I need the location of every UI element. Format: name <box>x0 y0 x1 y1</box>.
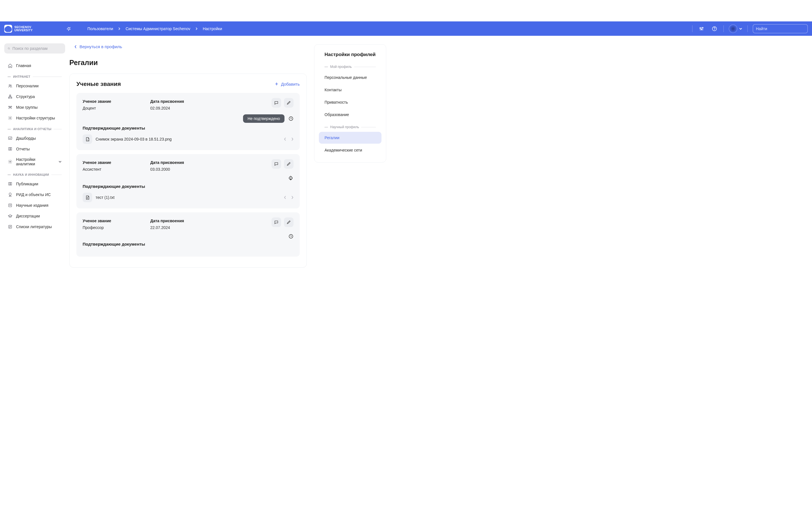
logo[interactable]: SECHENOV UNIVERSITY <box>4 25 33 33</box>
chevron-down-icon <box>739 27 742 30</box>
sidebar-item-groups[interactable]: Мои группы <box>4 102 65 113</box>
sidebar-search-input[interactable] <box>12 46 62 51</box>
breadcrumb-link[interactable]: Пользователи <box>87 26 113 31</box>
breadcrumb-link[interactable]: Системы Администратор Sechenov <box>125 26 190 31</box>
settings-item-privacy[interactable]: Приватность <box>319 96 382 108</box>
sidebar-item-personalii[interactable]: Персоналии <box>4 80 65 91</box>
sidebar-item-dashboards[interactable]: Дашборды <box>4 133 65 144</box>
settings-item-contacts[interactable]: Контакты <box>319 84 382 96</box>
chevron-right-icon <box>195 27 198 31</box>
settings-button[interactable] <box>698 25 705 33</box>
sidebar-item-rid[interactable]: РИД и объекты ИС <box>4 189 65 200</box>
help-button[interactable] <box>711 25 718 33</box>
user-menu[interactable] <box>729 24 742 33</box>
chevron-right-icon <box>291 195 294 200</box>
svg-point-10 <box>9 84 10 86</box>
clock-icon <box>289 234 294 239</box>
rank-entry: Ученое звание Ассистент Дата присвоения … <box>77 154 300 209</box>
file-chip[interactable] <box>83 193 92 202</box>
comment-button[interactable] <box>271 217 281 227</box>
sidebar-item-analytics-settings[interactable]: Настройки аналитики <box>4 154 65 169</box>
sidebar-item-label: Научные издания <box>16 203 49 208</box>
svg-text:PNG: PNG <box>87 139 89 140</box>
home-icon <box>8 63 12 68</box>
edit-button[interactable] <box>284 98 294 108</box>
settings-item-academic-networks[interactable]: Академические сети <box>319 144 382 156</box>
file-png-icon: PNG <box>85 137 90 142</box>
sidebar-item-label: Мои группы <box>16 105 38 110</box>
svg-point-20 <box>10 161 11 162</box>
rank-label: Ученое звание <box>83 160 133 165</box>
sidebar-item-label: Отчеты <box>16 147 30 151</box>
sidebar-item-journals[interactable]: Научные издания <box>4 200 65 211</box>
pin-button[interactable] <box>64 24 74 34</box>
svg-point-1 <box>700 27 701 29</box>
sidebar-item-bibliography[interactable]: Списки литературы <box>4 221 65 232</box>
page-title: Регалии <box>69 59 307 67</box>
settings-item-personal[interactable]: Персональные данные <box>319 71 382 83</box>
svg-point-7 <box>714 30 715 30</box>
file-prev[interactable] <box>284 137 286 141</box>
sidebar-item-label: Структура <box>16 94 35 99</box>
comment-button[interactable] <box>271 98 281 108</box>
svg-rect-19 <box>8 137 12 139</box>
add-label: Добавить <box>281 82 300 87</box>
edit-button[interactable] <box>284 159 294 169</box>
chevron-left-icon <box>284 195 286 200</box>
add-rank-button[interactable]: Добавить <box>274 82 300 87</box>
search-icon <box>8 46 10 51</box>
sidebar-item-structure[interactable]: Структура <box>4 91 65 102</box>
back-link-label: Вернуться в профиль <box>80 44 122 49</box>
sidebar-item-dissertations[interactable]: Диссертации <box>4 211 65 221</box>
settings-section: —Мой профиль <box>319 64 382 71</box>
chevron-down-icon <box>58 161 62 163</box>
sidebar-item-struct-settings[interactable]: Настройки структуры <box>4 113 65 123</box>
back-link[interactable]: Вернуться в профиль <box>69 44 307 49</box>
sidebar-item-home[interactable]: Главная <box>4 60 65 71</box>
chevron-right-icon <box>118 27 120 31</box>
file-next[interactable] <box>291 137 294 141</box>
file-name[interactable]: Снимок экрана 2024-09-03 в 18.51.23.png <box>96 137 172 142</box>
status-badge: Не подтверждено <box>243 114 285 123</box>
avatar <box>729 24 737 33</box>
logo-line1: SECHENOV <box>14 25 33 29</box>
sidebar-item-label: Публикации <box>16 182 38 186</box>
file-chip[interactable]: PNG <box>83 134 92 144</box>
search-input[interactable] <box>756 26 805 31</box>
sidebar-item-label: РИД и объекты ИС <box>16 192 51 197</box>
rank-label: Ученое звание <box>83 219 133 223</box>
sidebar-item-reports[interactable]: Отчеты <box>4 144 65 154</box>
warning-icon <box>288 175 294 181</box>
chevron-right-icon <box>291 137 294 141</box>
comment-icon <box>274 162 278 166</box>
sidebar-item-label: Персоналии <box>16 83 39 88</box>
breadcrumb-link[interactable]: Настройки <box>203 26 222 31</box>
file-prev[interactable] <box>284 195 286 200</box>
svg-point-3 <box>701 29 702 30</box>
sidebar-item-label: Настройки аналитики <box>16 157 55 166</box>
sidebar-search[interactable] <box>4 43 65 54</box>
edit-button[interactable] <box>284 217 294 227</box>
sidebar-item-label: Настройки структуры <box>16 116 55 120</box>
settings-item-regalia[interactable]: Регалии <box>319 132 382 144</box>
date-value: 03.03.2000 <box>150 167 201 172</box>
comment-icon <box>274 101 278 105</box>
date-value: 02.09.2024 <box>150 106 201 110</box>
sidebar-item-publications[interactable]: Публикации <box>4 179 65 189</box>
grad-cap-icon <box>8 214 12 218</box>
structure-icon <box>8 94 12 99</box>
date-value: 22.07.2024 <box>150 225 201 230</box>
comment-button[interactable] <box>271 159 281 169</box>
breadcrumb: Пользователи Системы Администратор Seche… <box>87 26 222 31</box>
global-search[interactable] <box>753 24 808 33</box>
svg-point-9 <box>8 48 10 49</box>
settings-item-education[interactable]: Образование <box>319 109 382 121</box>
logo-icon <box>4 25 12 33</box>
sidebar-section: —АНАЛИТИКА И ОТЧЕТЫ <box>4 123 65 133</box>
file-next[interactable] <box>291 195 294 200</box>
publication-icon <box>8 182 12 186</box>
award-icon <box>8 192 12 197</box>
svg-rect-12 <box>10 95 11 96</box>
file-row: PNG Снимок экрана 2024-09-03 в 18.51.23.… <box>83 134 294 144</box>
file-name[interactable]: тест (1).txt <box>96 195 114 200</box>
